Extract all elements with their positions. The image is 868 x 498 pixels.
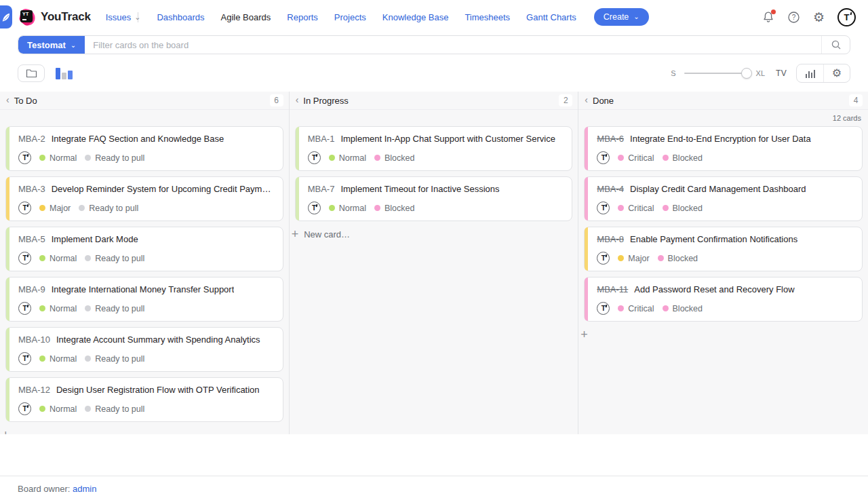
assignee-avatar[interactable]: T (308, 151, 321, 164)
stage-badge[interactable]: Blocked (374, 153, 414, 163)
nav-item-timesheets[interactable]: Timesheets (465, 12, 510, 22)
issue-title[interactable]: Integrate Account Summary with Spending … (56, 334, 260, 345)
issue-id[interactable]: MBA-11 (597, 284, 628, 294)
priority-badge[interactable]: Critical (618, 153, 654, 163)
slider-handle[interactable] (741, 68, 752, 79)
board-settings-button[interactable]: ⚙ (823, 64, 850, 82)
add-card-button[interactable]: + (0, 427, 289, 434)
stage-badge[interactable]: Ready to pull (85, 404, 144, 414)
stage-badge[interactable]: Blocked (663, 153, 703, 163)
stage-badge[interactable]: Ready to pull (85, 304, 144, 313)
issue-id[interactable]: MBA-8 (597, 234, 624, 244)
issue-id[interactable]: MBA-9 (18, 284, 45, 294)
issue-id[interactable]: MBA-2 (18, 134, 45, 144)
issue-title[interactable]: Display Credit Card Management Dashboard (630, 184, 806, 194)
stage-badge[interactable]: Ready to pull (79, 204, 138, 213)
card-mba-11[interactable]: MBA-11Add Password Reset and Recovery Fl… (584, 277, 863, 322)
settings-gear-icon[interactable]: ⚙ (813, 11, 825, 24)
sidebar-toggle[interactable] (0, 5, 12, 28)
priority-badge[interactable]: Critical (618, 304, 654, 313)
issue-title[interactable]: Design User Registration Flow with OTP V… (56, 385, 260, 395)
priority-badge[interactable]: Major (39, 204, 71, 213)
tv-mode-button[interactable]: TV (776, 69, 787, 78)
stage-badge[interactable]: Blocked (663, 204, 703, 213)
backlog-folder-button[interactable] (18, 64, 45, 82)
issue-title[interactable]: Develop Reminder System for Upcoming Cre… (52, 184, 275, 194)
youtrack-logo[interactable]: YT YouTrack (19, 9, 91, 26)
assignee-avatar[interactable]: T (597, 252, 610, 265)
stage-badge[interactable]: Ready to pull (85, 153, 144, 163)
create-button[interactable]: Create ⌄ (594, 8, 649, 26)
chevron-down-icon[interactable]: ⌄ (134, 14, 140, 21)
notifications-bell-icon[interactable] (762, 11, 774, 23)
card-mba-1[interactable]: MBA-1Implement In-App Chat Support with … (295, 126, 573, 171)
search-button[interactable] (821, 36, 850, 54)
chart-view-toggle[interactable] (56, 68, 73, 79)
assignee-avatar[interactable]: T (18, 252, 31, 265)
nav-item-dashboards[interactable]: Dashboards (157, 12, 204, 22)
collapse-column-icon[interactable]: ‹ (6, 95, 9, 104)
card-mba-2[interactable]: MBA-2Integrate FAQ Section and Knowledge… (5, 126, 283, 171)
priority-badge[interactable]: Major (618, 254, 649, 263)
issue-id[interactable]: MBA-4 (597, 184, 624, 194)
card-mba-10[interactable]: MBA-10Integrate Account Summary with Spe… (5, 327, 283, 372)
priority-badge[interactable]: Critical (618, 204, 654, 213)
add-card-button[interactable]: + (578, 327, 868, 341)
assignee-avatar[interactable]: T (597, 302, 610, 315)
assignee-avatar[interactable]: T (18, 202, 31, 214)
issue-title[interactable]: Implement In-App Chat Support with Custo… (340, 134, 555, 144)
priority-badge[interactable]: Normal (329, 153, 366, 163)
nav-item-knowledge-base[interactable]: Knowledge Base (382, 12, 449, 22)
issue-id[interactable]: MBA-5 (18, 234, 45, 244)
assignee-avatar[interactable]: T (18, 302, 31, 315)
card-size-slider[interactable] (684, 68, 747, 79)
issue-id[interactable]: MBA-6 (597, 134, 624, 144)
board-selector-button[interactable]: Testomat ⌄ (18, 36, 85, 54)
priority-badge[interactable]: Normal (329, 204, 366, 213)
card-mba-5[interactable]: MBA-5Implement Dark ModeTNormalReady to … (5, 227, 283, 271)
issue-id[interactable]: MBA-12 (18, 385, 50, 395)
priority-badge[interactable]: Normal (39, 254, 77, 263)
card-mba-3[interactable]: MBA-3Develop Reminder System for Upcomin… (5, 176, 283, 221)
priority-badge[interactable]: Normal (39, 304, 77, 313)
assignee-avatar[interactable]: T (18, 352, 31, 365)
card-mba-9[interactable]: MBA-9Integrate International Money Trans… (5, 277, 283, 322)
issue-title[interactable]: Integrate End-to-End Encryption for User… (630, 134, 811, 144)
assignee-avatar[interactable]: T (597, 202, 610, 214)
assignee-avatar[interactable]: T (597, 151, 610, 164)
nav-item-issues[interactable]: Issues (106, 12, 132, 22)
collapse-column-icon[interactable]: ‹ (296, 95, 299, 104)
stage-badge[interactable]: Blocked (374, 204, 414, 213)
issue-title[interactable]: Integrate International Money Transfer S… (52, 284, 235, 294)
assignee-avatar[interactable]: T (18, 151, 31, 164)
histogram-button[interactable] (797, 64, 823, 82)
priority-badge[interactable]: Normal (39, 354, 77, 364)
assignee-avatar[interactable]: T (308, 202, 321, 214)
help-icon[interactable]: ? (787, 11, 800, 24)
stage-badge[interactable]: Ready to pull (85, 254, 144, 263)
issue-id[interactable]: MBA-3 (18, 184, 45, 194)
issue-title[interactable]: Implement Timeout for Inactive Sessions (340, 184, 499, 194)
nav-item-agile-boards[interactable]: Agile Boards (221, 12, 271, 22)
priority-badge[interactable]: Normal (39, 404, 77, 414)
card-mba-8[interactable]: MBA-8Enable Payment Confirmation Notific… (584, 227, 863, 271)
issue-id[interactable]: MBA-1 (308, 134, 335, 144)
nav-item-projects[interactable]: Projects (334, 12, 366, 22)
issue-id[interactable]: MBA-7 (308, 184, 335, 194)
stage-badge[interactable]: Blocked (658, 254, 698, 263)
assignee-avatar[interactable]: T (18, 402, 31, 415)
issue-title[interactable]: Enable Payment Confirmation Notification… (630, 234, 797, 244)
user-avatar[interactable]: T (837, 8, 856, 26)
filter-input[interactable] (85, 36, 821, 54)
issue-id[interactable]: MBA-10 (18, 334, 50, 345)
nav-item-reports[interactable]: Reports (287, 12, 318, 22)
priority-badge[interactable]: Normal (39, 153, 77, 163)
card-mba-6[interactable]: MBA-6Integrate End-to-End Encryption for… (584, 126, 863, 171)
issue-title[interactable]: Integrate FAQ Section and Knowledge Base (52, 134, 224, 144)
add-card-button[interactable]: + New card… (290, 227, 578, 240)
nav-item-gantt-charts[interactable]: Gantt Charts (526, 12, 576, 22)
collapse-column-icon[interactable]: ‹ (585, 95, 588, 104)
card-mba-7[interactable]: MBA-7Implement Timeout for Inactive Sess… (295, 176, 573, 221)
card-mba-4[interactable]: MBA-4Display Credit Card Management Dash… (584, 176, 863, 221)
board-owner-link[interactable]: admin (73, 484, 96, 494)
